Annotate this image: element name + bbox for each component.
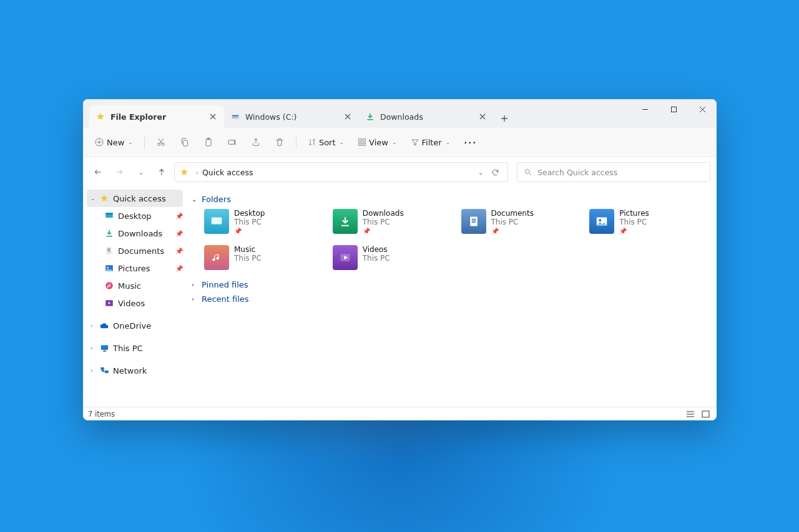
thumbnails-view-button[interactable]: [699, 409, 712, 419]
filter-label: Filter: [422, 138, 442, 147]
drive-icon: [230, 112, 240, 122]
folder-tile-documents[interactable]: DocumentsThis PC📌: [461, 209, 584, 239]
sidebar-label: Quick access: [113, 194, 166, 203]
sidebar-item-pictures[interactable]: Pictures📌: [83, 259, 187, 277]
tab-windows-c[interactable]: Windows (C:): [224, 105, 359, 128]
new-label: New: [107, 138, 124, 147]
sidebar-quick-access[interactable]: ⌄ Quick access: [87, 190, 183, 207]
refresh-button[interactable]: [488, 168, 502, 177]
tab-file-explorer[interactable]: File Explorer: [89, 105, 224, 128]
chevron-down-icon[interactable]: ⌄: [91, 195, 99, 201]
folder-tile-pictures[interactable]: PicturesThis PC📌: [589, 209, 712, 239]
close-icon[interactable]: [343, 112, 353, 122]
sidebar-item-videos[interactable]: Videos: [83, 294, 187, 312]
download-icon: [104, 228, 114, 238]
details-view-button[interactable]: [684, 409, 697, 419]
address-dropdown-button[interactable]: ⌄: [473, 168, 488, 177]
svg-rect-31: [470, 217, 478, 226]
new-button[interactable]: New⌄: [89, 132, 138, 152]
folder-location: This PC: [363, 254, 390, 263]
new-tab-button[interactable]: [494, 109, 515, 128]
forward-button[interactable]: [110, 162, 128, 182]
group-label: Recent files: [202, 294, 249, 304]
minimize-button[interactable]: [630, 99, 659, 119]
status-text: 7 items: [88, 410, 115, 418]
sidebar-item-downloads[interactable]: Downloads📌: [83, 225, 187, 242]
group-recent-files[interactable]: ›Recent files: [192, 294, 712, 304]
search-box[interactable]: Search Quick access: [517, 162, 710, 182]
separator: [144, 135, 145, 149]
sidebar-item-music[interactable]: Music: [83, 277, 187, 294]
delete-button[interactable]: [270, 132, 290, 152]
folder-tile-desktop[interactable]: DesktopThis PC📌: [204, 209, 326, 239]
sidebar-item-documents[interactable]: Documents📌: [83, 242, 187, 259]
sidebar-onedrive[interactable]: ›OneDrive: [83, 317, 187, 334]
paste-button[interactable]: [199, 132, 218, 152]
recent-locations-button[interactable]: ⌄: [132, 162, 149, 182]
nav-row: ⌄ › Quick access ⌄ Search Quick access: [83, 157, 717, 187]
chevron-right-icon[interactable]: ›: [91, 345, 99, 351]
more-button[interactable]: ···: [459, 132, 482, 152]
filter-button[interactable]: Filter⌄: [406, 132, 456, 152]
cloud-icon: [99, 321, 109, 331]
folder-location: This PC: [234, 218, 265, 226]
tab-downloads[interactable]: Downloads: [359, 105, 494, 128]
view-button[interactable]: View⌄: [353, 132, 401, 152]
sidebar-item-desktop[interactable]: Desktop📌: [83, 207, 187, 225]
cut-button[interactable]: [151, 132, 171, 152]
svg-rect-20: [107, 251, 110, 251]
folder-tile-music[interactable]: MusicThis PC: [204, 245, 326, 275]
folder-tile-videos[interactable]: VideosThis PC: [333, 245, 455, 275]
sidebar-label: Network: [113, 366, 147, 375]
document-icon: [104, 246, 114, 256]
pictures-folder-icon: [589, 209, 614, 234]
status-bar: 7 items: [83, 407, 717, 420]
folder-name: Pictures: [619, 209, 649, 218]
close-icon[interactable]: [478, 112, 488, 122]
svg-rect-33: [471, 220, 476, 221]
sidebar-network[interactable]: ›Network: [83, 362, 187, 379]
copy-button[interactable]: [175, 132, 195, 152]
folder-name: Documents: [491, 209, 534, 218]
share-button[interactable]: [246, 132, 266, 152]
star-icon: [96, 112, 105, 122]
group-pinned-files[interactable]: ›Pinned files: [192, 280, 712, 289]
svg-rect-16: [105, 213, 113, 214]
address-bar[interactable]: › Quick access ⌄: [174, 162, 508, 182]
chevron-right-icon: ›: [196, 169, 199, 176]
sidebar-label: Pictures: [118, 264, 150, 273]
back-button[interactable]: [89, 162, 107, 182]
star-icon: [180, 168, 189, 177]
close-window-button[interactable]: [688, 99, 717, 119]
svg-point-36: [599, 219, 602, 221]
close-icon[interactable]: [208, 112, 218, 122]
titlebar: File Explorer Windows (C:) Downloads: [83, 99, 717, 128]
up-button[interactable]: [153, 162, 170, 182]
sort-label: Sort: [319, 138, 336, 147]
search-icon: [524, 168, 532, 177]
pin-icon: 📌: [491, 228, 534, 235]
tab-label: Windows (C:): [245, 112, 297, 122]
group-folders[interactable]: ⌄Folders: [192, 195, 712, 204]
svg-rect-26: [103, 350, 105, 351]
folder-tile-downloads[interactable]: DownloadsThis PC📌: [333, 209, 455, 239]
maximize-button[interactable]: [659, 99, 688, 119]
folder-location: This PC: [363, 218, 404, 226]
sort-button[interactable]: Sort⌄: [303, 132, 349, 152]
svg-rect-18: [107, 249, 110, 249]
folder-name: Desktop: [234, 209, 265, 218]
rename-button[interactable]: [222, 132, 242, 152]
chevron-right-icon[interactable]: ›: [91, 367, 99, 374]
svg-point-14: [525, 169, 529, 173]
breadcrumb-root[interactable]: Quick access: [202, 168, 253, 177]
sidebar-this-pc[interactable]: ›This PC: [83, 339, 187, 357]
star-icon: [99, 193, 109, 203]
chevron-right-icon: ›: [192, 296, 200, 302]
content-pane: ⌄Folders DesktopThis PC📌 DownloadsThis P…: [187, 187, 717, 407]
nav-pane: ⌄ Quick access Desktop📌 Downloads📌 Docum…: [83, 187, 187, 407]
download-icon: [365, 112, 375, 122]
svg-rect-27: [102, 351, 106, 351]
pin-icon: 📌: [175, 213, 183, 220]
music-icon: [104, 281, 114, 291]
chevron-right-icon[interactable]: ›: [91, 322, 99, 329]
